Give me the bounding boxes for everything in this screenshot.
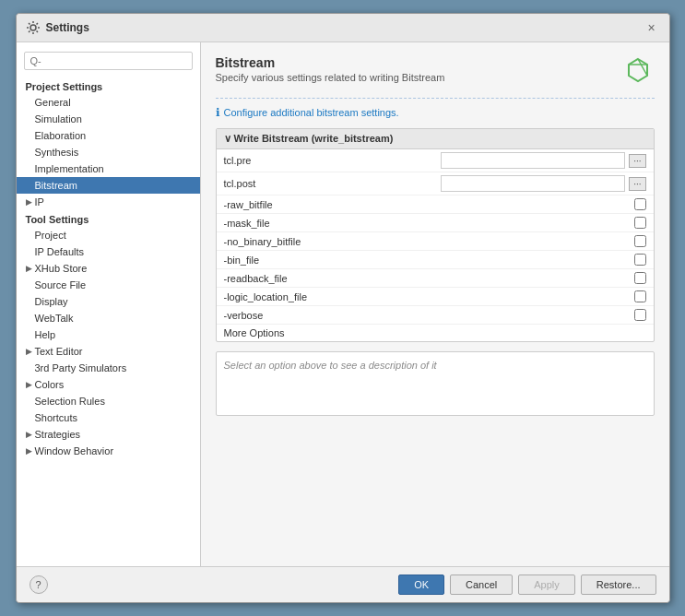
sidebar-item-selection-rules[interactable]: Selection Rules: [17, 393, 200, 409]
sidebar: Project Settings General Simulation Elab…: [17, 42, 201, 566]
configure-link[interactable]: ℹ Configure additional bitstream setting…: [216, 98, 655, 119]
footer: ? OK Cancel Apply Restore...: [17, 566, 669, 602]
row-value-tcl-pre: ···: [441, 152, 645, 169]
raw-bitfile-checkbox[interactable]: [634, 198, 646, 210]
sidebar-item-text-editor-label: Text Editor: [35, 346, 83, 357]
main-header: Bitstream Specify various settings relat…: [216, 55, 655, 89]
xilinx-logo-icon: [621, 55, 655, 89]
table-row: tcl.post ···: [217, 172, 654, 195]
sidebar-item-3rd-party[interactable]: 3rd Party Simulators: [17, 360, 200, 376]
window-behavior-arrow-icon: ▶: [26, 446, 32, 456]
no-binary-bitfile-checkbox[interactable]: [634, 235, 646, 247]
row-value-bin-file: [634, 254, 646, 266]
help-button[interactable]: ?: [30, 575, 48, 594]
sidebar-item-display[interactable]: Display: [17, 293, 200, 310]
row-label-bin-file: -bin_file: [224, 255, 634, 266]
sidebar-item-text-editor[interactable]: ▶ Text Editor: [17, 343, 200, 360]
table-row: -readback_file: [217, 269, 654, 288]
logic-location-file-checkbox[interactable]: [634, 290, 646, 302]
row-label-tcl-pre: tcl.pre: [224, 155, 442, 166]
sidebar-item-ip[interactable]: ▶ IP: [17, 194, 200, 210]
dialog-title: Settings: [46, 21, 89, 34]
restore-button[interactable]: Restore...: [581, 575, 656, 595]
table-row: More Options: [217, 325, 654, 341]
tcl-post-browse-button[interactable]: ···: [629, 177, 645, 191]
strategies-arrow-icon: ▶: [26, 430, 32, 439]
main-title: Bitstream: [216, 55, 445, 70]
sidebar-item-strategies[interactable]: ▶ Strategies: [17, 426, 200, 443]
readback-file-checkbox[interactable]: [634, 272, 646, 284]
tool-settings-title: Tool Settings: [17, 210, 200, 227]
row-label-more-options: More Options: [224, 327, 646, 338]
close-button[interactable]: ×: [644, 19, 660, 36]
footer-buttons: OK Cancel Apply Restore...: [398, 575, 655, 595]
sidebar-item-xhub[interactable]: ▶ XHub Store: [17, 260, 200, 277]
sidebar-item-window-behavior[interactable]: ▶ Window Behavior: [17, 443, 200, 459]
main-content: Bitstream Specify various settings relat…: [201, 42, 669, 566]
ok-button[interactable]: OK: [398, 575, 444, 595]
search-input[interactable]: [24, 52, 193, 70]
sidebar-item-colors[interactable]: ▶ Colors: [17, 376, 200, 393]
sidebar-item-simulation[interactable]: Simulation: [17, 111, 200, 127]
sidebar-item-source-file[interactable]: Source File: [17, 277, 200, 293]
sidebar-item-webtalk[interactable]: WebTalk: [17, 310, 200, 326]
row-label-mask-file: -mask_file: [224, 218, 634, 229]
row-value-mask-file: [634, 217, 646, 229]
text-editor-arrow-icon: ▶: [26, 347, 32, 356]
sidebar-item-bitstream[interactable]: Bitstream: [17, 177, 200, 194]
title-bar-left: Settings: [26, 20, 89, 35]
sidebar-item-ip-defaults[interactable]: IP Defaults: [17, 243, 200, 260]
sidebar-item-strategies-label: Strategies: [35, 429, 81, 440]
apply-button[interactable]: Apply: [518, 575, 575, 595]
row-value-raw-bitfile: [634, 198, 646, 210]
row-value-logic-location-file: [634, 290, 646, 302]
description-placeholder: Select an option above to see a descript…: [224, 360, 437, 371]
info-icon: ℹ: [216, 106, 220, 119]
tcl-pre-browse-button[interactable]: ···: [629, 154, 645, 168]
main-subtitle: Specify various settings related to writ…: [216, 72, 445, 83]
settings-icon: [26, 20, 41, 35]
tcl-post-input[interactable]: [441, 175, 625, 192]
settings-table: ∨ Write Bitstream (write_bitstream) tcl.…: [216, 128, 655, 342]
row-label-tcl-post: tcl.post: [224, 178, 442, 189]
table-row: -logic_location_file: [217, 288, 654, 306]
settings-table-header: ∨ Write Bitstream (write_bitstream): [217, 129, 654, 149]
xhub-arrow-icon: ▶: [26, 264, 32, 273]
table-row: -bin_file: [217, 251, 654, 269]
dialog-body: Project Settings General Simulation Elab…: [17, 42, 669, 566]
sidebar-item-shortcuts[interactable]: Shortcuts: [17, 409, 200, 426]
configure-link-label: Configure additional bitstream settings.: [224, 107, 399, 118]
row-value-readback-file: [634, 272, 646, 284]
tcl-pre-input[interactable]: [441, 152, 625, 169]
sidebar-item-help[interactable]: Help: [17, 326, 200, 343]
row-label-readback-file: -readback_file: [224, 273, 634, 284]
sidebar-item-synthesis[interactable]: Synthesis: [17, 144, 200, 160]
description-box: Select an option above to see a descript…: [216, 351, 655, 416]
row-value-tcl-post: ···: [441, 175, 645, 192]
table-header-label: ∨ Write Bitstream (write_bitstream): [224, 133, 394, 145]
svg-point-0: [30, 25, 36, 30]
sidebar-item-general[interactable]: General: [17, 94, 200, 111]
row-value-no-binary-bitfile: [634, 235, 646, 247]
cancel-button[interactable]: Cancel: [450, 575, 513, 595]
table-row: -no_binary_bitfile: [217, 232, 654, 251]
ip-arrow-icon: ▶: [26, 197, 32, 207]
table-row: tcl.pre ···: [217, 149, 654, 172]
settings-dialog: Settings × Project Settings General Simu…: [16, 13, 670, 603]
bin-file-checkbox[interactable]: [634, 254, 646, 266]
title-bar: Settings ×: [17, 14, 669, 42]
row-label-no-binary-bitfile: -no_binary_bitfile: [224, 236, 634, 247]
row-label-verbose: -verbose: [224, 310, 634, 321]
table-row: -raw_bitfile: [217, 195, 654, 214]
colors-arrow-icon: ▶: [26, 380, 32, 389]
mask-file-checkbox[interactable]: [634, 217, 646, 229]
sidebar-item-window-behavior-label: Window Behavior: [35, 445, 114, 456]
sidebar-item-project[interactable]: Project: [17, 227, 200, 243]
project-settings-title: Project Settings: [17, 77, 200, 94]
row-label-logic-location-file: -logic_location_file: [224, 291, 634, 302]
sidebar-item-elaboration[interactable]: Elaboration: [17, 127, 200, 144]
sidebar-item-xhub-label: XHub Store: [35, 263, 88, 274]
sidebar-item-implementation[interactable]: Implementation: [17, 160, 200, 177]
main-title-group: Bitstream Specify various settings relat…: [216, 55, 445, 83]
verbose-checkbox[interactable]: [634, 309, 646, 321]
